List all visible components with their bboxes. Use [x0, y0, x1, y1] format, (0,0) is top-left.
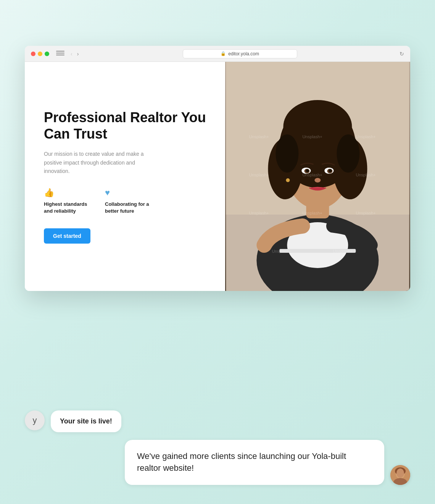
user-avatar-svg [390, 465, 410, 485]
address-bar[interactable]: 🔒 editor.yola.com [183, 49, 297, 58]
svg-text:Unsplash+: Unsplash+ [303, 211, 322, 215]
chat-message-row-1: y Your site is live! [25, 410, 410, 432]
website-right-panel: Unsplash+ Unsplash+ Unsplash+ Unsplash+ … [225, 62, 410, 291]
svg-text:Unsplash+: Unsplash+ [249, 211, 269, 215]
yola-avatar: y [25, 410, 45, 430]
svg-text:Unsplash+: Unsplash+ [303, 134, 322, 139]
features-row: 👍 Highest standards and reliability ♥ Co… [44, 188, 206, 215]
browser-nav: ‹ › [69, 50, 80, 58]
maximize-button[interactable] [45, 52, 49, 56]
svg-text:Unsplash+: Unsplash+ [249, 173, 269, 177]
address-text: editor.yola.com [228, 51, 259, 57]
hero-description: Our mission is to create value and make … [44, 150, 151, 175]
svg-text:Unsplash+: Unsplash+ [272, 249, 292, 254]
svg-point-11 [337, 134, 360, 173]
close-button[interactable] [31, 52, 35, 56]
sidebar-toggle-icon[interactable] [56, 51, 64, 57]
feature-label-standards: Highest standards and reliability [44, 201, 90, 215]
website-left-panel: Professional Realtor You Can Trust Our m… [25, 62, 225, 291]
svg-point-36 [396, 468, 404, 478]
svg-text:Unsplash+: Unsplash+ [356, 134, 376, 139]
svg-point-10 [276, 134, 299, 173]
svg-text:Unsplash+: Unsplash+ [356, 173, 376, 177]
user-avatar [390, 465, 410, 485]
svg-text:Unsplash+: Unsplash+ [303, 173, 322, 177]
traffic-lights [31, 52, 49, 56]
lock-icon: 🔒 [221, 51, 226, 56]
website-content: Professional Realtor You Can Trust Our m… [25, 62, 410, 291]
chat-message-row-2: We've gained more clients since launchin… [25, 440, 410, 485]
browser-window: ‹ › 🔒 editor.yola.com ↻ Professional Rea… [25, 46, 410, 291]
heart-icon: ♥ [105, 188, 151, 198]
reload-button[interactable]: ↻ [400, 51, 404, 57]
feature-label-collaborating: Collaborating for a better future [105, 201, 151, 215]
chat-bubble-1: Your site is live! [51, 410, 121, 432]
svg-point-19 [286, 178, 290, 182]
back-arrow-icon[interactable]: ‹ [69, 50, 74, 58]
svg-text:Unsplash+: Unsplash+ [249, 134, 269, 139]
forward-arrow-icon[interactable]: › [76, 50, 81, 58]
thumbs-up-icon: 👍 [44, 188, 90, 198]
yola-avatar-label: y [33, 415, 37, 425]
realtor-svg: Unsplash+ Unsplash+ Unsplash+ Unsplash+ … [225, 62, 410, 291]
chat-section: y Your site is live! We've gained more c… [25, 410, 410, 485]
realtor-image: Unsplash+ Unsplash+ Unsplash+ Unsplash+ … [225, 62, 410, 291]
svg-text:Unsplash+: Unsplash+ [333, 249, 353, 254]
address-bar-container: 🔒 editor.yola.com [85, 49, 395, 58]
minimize-button[interactable] [38, 52, 42, 56]
svg-point-17 [329, 169, 332, 172]
svg-point-18 [315, 178, 321, 183]
chat-bubble-2: We've gained more clients since launchin… [125, 440, 384, 485]
feature-item-standards: 👍 Highest standards and reliability [44, 188, 90, 215]
chat-message-1-text: Your site is live! [60, 417, 112, 425]
chat-message-2-text: We've gained more clients since launchin… [137, 451, 346, 473]
svg-point-16 [306, 169, 309, 172]
svg-text:Unsplash+: Unsplash+ [356, 211, 376, 215]
feature-item-collaborating: ♥ Collaborating for a better future [105, 188, 151, 215]
get-started-button[interactable]: Get started [44, 228, 90, 244]
browser-chrome: ‹ › 🔒 editor.yola.com ↻ [25, 46, 410, 62]
hero-title: Professional Realtor You Can Trust [44, 109, 206, 142]
